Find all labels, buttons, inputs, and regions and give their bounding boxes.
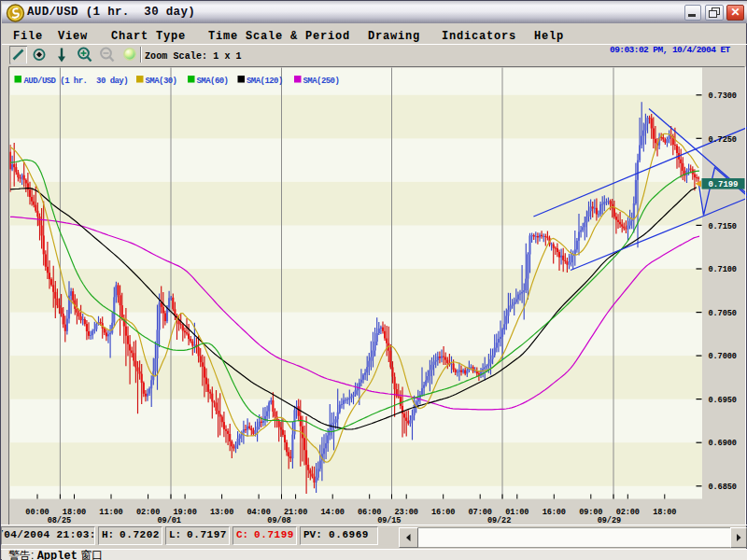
- svg-text:16:00: 16:00: [543, 508, 566, 517]
- svg-text:0.6900: 0.6900: [709, 439, 737, 448]
- svg-text:06:00: 06:00: [358, 508, 381, 517]
- svg-text:AUD/USD (1 hr. 30 day): AUD/USD (1 hr. 30 day): [24, 77, 129, 86]
- svg-text:02:00: 02:00: [616, 508, 640, 517]
- svg-text:14:00: 14:00: [321, 508, 345, 517]
- svg-text:0.7050: 0.7050: [709, 309, 737, 318]
- svg-text:0.7250: 0.7250: [709, 135, 737, 145]
- svg-text:09:00: 09:00: [579, 508, 602, 517]
- svg-text:0.7150: 0.7150: [709, 222, 737, 231]
- svg-text:18:00: 18:00: [63, 508, 86, 517]
- svg-text:SMA(60): SMA(60): [197, 77, 229, 86]
- svg-text:18:00: 18:00: [653, 508, 676, 517]
- svg-text:23:00: 23:00: [395, 508, 418, 517]
- svg-text:SMA(120): SMA(120): [247, 77, 283, 86]
- svg-text:16:00: 16:00: [431, 508, 455, 517]
- svg-text:0.6950: 0.6950: [709, 396, 737, 405]
- svg-text:0.7000: 0.7000: [709, 352, 737, 361]
- svg-text:07:00: 07:00: [469, 508, 492, 517]
- svg-text:00:00: 00:00: [25, 508, 49, 517]
- svg-text:04:00: 04:00: [247, 508, 270, 517]
- svg-text:11:00: 11:00: [99, 508, 122, 517]
- svg-text:0.7100: 0.7100: [709, 265, 737, 274]
- svg-text:SMA(250): SMA(250): [303, 77, 340, 86]
- svg-text:13:00: 13:00: [210, 508, 233, 517]
- svg-text:01:00: 01:00: [505, 508, 529, 517]
- svg-text:02:00: 02:00: [136, 508, 160, 517]
- svg-text:0.6850: 0.6850: [709, 483, 737, 492]
- svg-text:SMA(30): SMA(30): [146, 77, 177, 86]
- svg-text:0.7300: 0.7300: [709, 91, 737, 101]
- svg-text:19:00: 19:00: [173, 508, 196, 517]
- svg-text:21:00: 21:00: [284, 508, 307, 517]
- svg-text:0.7199: 0.7199: [709, 180, 739, 189]
